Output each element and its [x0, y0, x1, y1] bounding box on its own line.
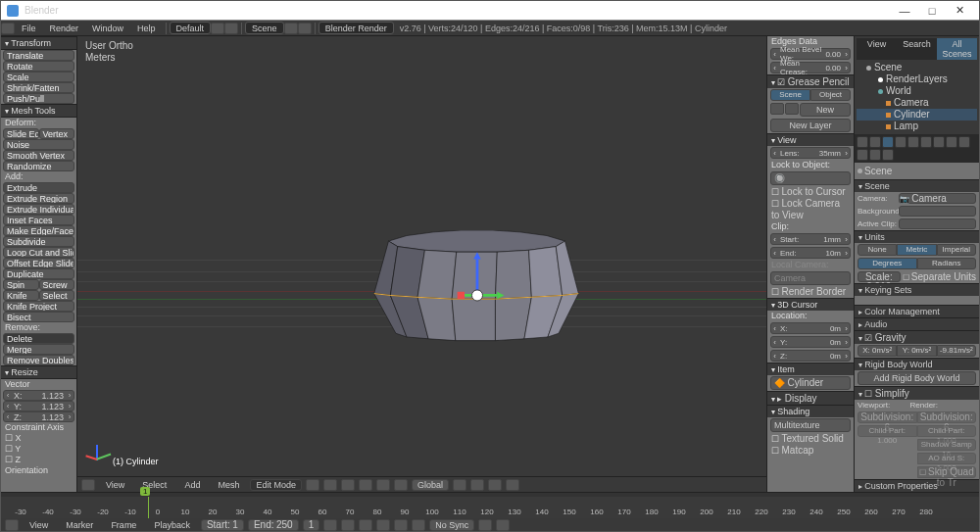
caxis-x[interactable]: ☐ X — [1, 433, 76, 444]
units-imperial[interactable]: Imperial — [937, 244, 976, 256]
units-metric[interactable]: Metric — [897, 244, 936, 256]
lock-camera-check[interactable]: ☐ Lock Camera to View — [767, 198, 854, 221]
menu-help[interactable]: Help — [130, 21, 163, 36]
cursor-z-field[interactable]: ‹Z:0m› — [770, 350, 851, 362]
3d-viewport[interactable]: User OrthoMeters — [76, 36, 767, 492]
scene-clip-field[interactable] — [899, 218, 976, 229]
tl-end-field[interactable]: End: 250 — [248, 519, 299, 531]
tl-prev-key-icon[interactable] — [341, 519, 355, 531]
smooth-vertex-button[interactable]: Smooth Vertex — [3, 150, 74, 161]
units-none[interactable]: None — [858, 244, 897, 256]
display-panel-header[interactable]: ▸ Display — [767, 391, 854, 405]
tl-frame-menu[interactable]: Frame — [104, 517, 143, 532]
tl-sync-select[interactable]: No Sync — [429, 519, 474, 531]
units-panel-header[interactable]: Units — [855, 230, 979, 243]
item-name-field[interactable]: 🔶 Cylinder — [770, 376, 851, 390]
tab-constraints-icon[interactable] — [920, 136, 932, 148]
duplicate-button[interactable]: Duplicate — [3, 268, 74, 279]
translate-button[interactable]: Translate — [3, 50, 74, 61]
mesh-tools-header[interactable]: Mesh Tools — [1, 104, 76, 118]
rigid-body-header[interactable]: Rigid Body World — [855, 358, 979, 370]
gp-new-layer-button[interactable]: New Layer — [770, 119, 851, 132]
tl-playback-menu[interactable]: Playback — [147, 517, 197, 532]
vertex-slide-button[interactable]: Vertex — [39, 128, 75, 139]
tab-modifiers-icon[interactable] — [933, 136, 945, 148]
outliner-world[interactable]: World — [857, 85, 977, 97]
screen-layout-select[interactable]: Default — [170, 22, 212, 34]
gp-plus-icon[interactable] — [785, 103, 799, 115]
timeline-cursor[interactable] — [148, 497, 149, 518]
scale-button[interactable]: Scale — [3, 72, 74, 82]
timeline-editor-icon[interactable] — [5, 519, 19, 531]
extrude-region-button[interactable]: Extrude Region — [3, 193, 74, 204]
menu-file[interactable]: File — [15, 21, 43, 36]
3d-cursor-header[interactable]: 3D Cursor — [767, 298, 854, 311]
spin-button[interactable]: Spin — [3, 279, 39, 290]
tl-view-menu[interactable]: View — [23, 517, 55, 532]
separate-units-check[interactable]: ☐ Separate Units — [903, 271, 976, 282]
edge-slide-button[interactable]: Slide Ed — [3, 128, 39, 139]
snap-icon[interactable] — [453, 479, 466, 491]
keying-set-list[interactable] — [858, 297, 976, 304]
remove-doubles-button[interactable]: Remove Doubles — [3, 355, 74, 365]
render-border-check[interactable]: ☐ Render Border — [767, 286, 854, 298]
scene-background-field[interactable] — [899, 206, 976, 217]
units-radians[interactable]: Radians — [917, 258, 977, 269]
resize-z-field[interactable]: ‹Z:1.123› — [3, 411, 74, 422]
lock-cursor-check[interactable]: ☐ Lock to Cursor — [767, 186, 854, 198]
face-select-icon[interactable] — [376, 479, 390, 491]
local-camera-field[interactable]: Camera — [770, 271, 851, 285]
bisect-button[interactable]: Bisect — [3, 312, 74, 322]
randomize-button[interactable]: Randomize — [3, 161, 74, 171]
prop-edit-icon[interactable] — [488, 479, 502, 491]
tab-object-icon[interactable] — [907, 136, 919, 148]
grease-pencil-header[interactable]: ☑ Grease Pencil — [767, 74, 854, 88]
matcap-check[interactable]: ☐ Matcap — [767, 445, 854, 457]
tab-render-icon[interactable] — [857, 136, 868, 148]
tl-jump-end-icon[interactable] — [412, 519, 425, 531]
orientation-select[interactable]: Global — [412, 479, 449, 491]
inset-faces-button[interactable]: Inset Faces — [3, 215, 74, 225]
gravity-z[interactable]: -9.81m/s² — [937, 345, 976, 357]
caxis-z[interactable]: ☐ Z — [1, 455, 76, 465]
scene-select[interactable]: Scene — [245, 22, 284, 34]
clip-end-field[interactable]: ‹End:10m› — [770, 247, 851, 259]
tab-particles-icon[interactable] — [869, 149, 881, 161]
tab-scene-icon[interactable] — [882, 136, 894, 148]
textured-solid-check[interactable]: ☐ Textured Solid — [767, 433, 854, 445]
unit-scale-field[interactable]: Scale: 0.010 — [858, 271, 901, 282]
occlude-icon[interactable] — [394, 479, 408, 491]
subdivide-button[interactable]: Subdivide — [3, 236, 74, 247]
tab-physics-icon[interactable] — [882, 149, 894, 161]
operator-resize-header[interactable]: Resize — [1, 365, 76, 379]
audio-header[interactable]: Audio — [855, 317, 979, 330]
outliner-search[interactable]: Search — [897, 38, 937, 60]
menu-render[interactable]: Render — [43, 21, 86, 36]
gravity-y[interactable]: Y: 0m/s² — [897, 345, 936, 357]
tl-next-key-icon[interactable] — [394, 519, 408, 531]
vp-view-menu[interactable]: View — [99, 477, 131, 493]
render-engine-select[interactable]: Blender Render — [318, 22, 394, 34]
editor-type-icon[interactable] — [1, 23, 15, 34]
knife-button[interactable]: Knife — [3, 290, 39, 301]
tl-current-field[interactable]: 1 — [303, 519, 320, 531]
shrink-fatten-button[interactable]: Shrink/Fatten — [3, 82, 74, 93]
mode-select[interactable]: Edit Mode — [250, 479, 302, 491]
view-panel-header[interactable]: View — [767, 133, 854, 146]
clip-start-field[interactable]: ‹Start:1mm› — [770, 233, 851, 245]
knife-project-button[interactable]: Knife Project — [3, 301, 74, 312]
item-panel-header[interactable]: Item — [767, 363, 854, 375]
scene-panel-header[interactable]: Scene — [855, 179, 979, 192]
tab-renderlayers-icon[interactable] — [869, 136, 881, 148]
extrude-individual-button[interactable]: Extrude Individual — [3, 204, 74, 215]
keying-sets-header[interactable]: Keying Sets — [855, 283, 979, 296]
noise-button[interactable]: Noise — [3, 139, 74, 150]
minimize-button[interactable]: — — [891, 5, 918, 17]
snap-type-icon[interactable] — [470, 479, 484, 491]
vert-select-icon[interactable] — [341, 479, 355, 491]
extrude-button[interactable]: Extrude — [3, 182, 74, 193]
gp-scene-button[interactable]: Scene — [770, 89, 810, 101]
color-management-header[interactable]: Color Management — [855, 305, 979, 317]
outliner-camera[interactable]: Camera — [857, 97, 977, 109]
outliner-renderlayers[interactable]: RenderLayers — [857, 73, 977, 85]
